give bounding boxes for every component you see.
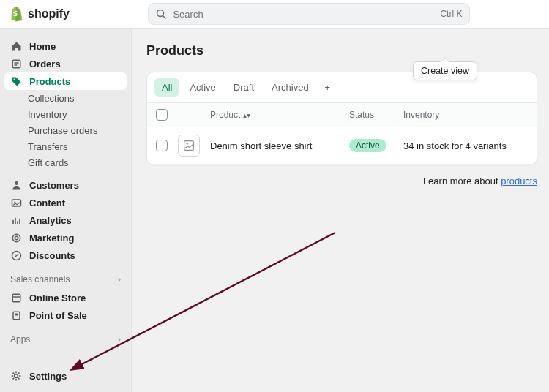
apps-header[interactable]: Apps›: [0, 324, 131, 349]
tab-archived[interactable]: Archived: [264, 78, 316, 97]
analytics-icon: [10, 214, 22, 226]
learn-more: Learn more about products: [146, 176, 537, 186]
search-input[interactable]: [173, 9, 434, 20]
row-checkbox[interactable]: [156, 140, 168, 151]
topbar: shopify Ctrl K: [0, 0, 549, 29]
nav-content[interactable]: Content: [0, 194, 131, 211]
svg-point-11: [17, 256, 18, 257]
svg-point-3: [13, 78, 15, 80]
chevron-right-icon: ›: [118, 334, 121, 344]
add-view-button[interactable]: +: [319, 78, 337, 97]
svg-line-1: [163, 15, 166, 18]
svg-rect-2: [12, 60, 20, 68]
header-inventory[interactable]: Inventory: [403, 110, 528, 120]
svg-point-0: [157, 10, 164, 16]
svg-point-4: [15, 181, 18, 185]
svg-point-15: [15, 374, 18, 378]
create-view-tooltip: Create view: [413, 61, 477, 80]
nav-collections[interactable]: Collections: [0, 90, 131, 106]
svg-point-10: [14, 253, 15, 255]
content-icon: [10, 197, 22, 208]
orders-icon: [10, 58, 22, 69]
svg-point-6: [14, 201, 15, 203]
sales-channels-header[interactable]: Sales channels›: [0, 264, 131, 289]
select-all-checkbox[interactable]: [156, 109, 168, 121]
svg-point-8: [15, 236, 18, 240]
chevron-right-icon: ›: [118, 274, 121, 284]
svg-rect-14: [15, 313, 18, 315]
header-product[interactable]: Product▴▾: [210, 110, 349, 120]
status-badge: Active: [349, 139, 386, 152]
product-thumbnail: [178, 135, 200, 157]
plus-icon: +: [325, 82, 331, 93]
search-shortcut: Ctrl K: [440, 9, 462, 19]
nav-customers[interactable]: Customers: [0, 176, 131, 194]
shopify-bag-icon: [9, 6, 23, 22]
tab-active[interactable]: Active: [182, 78, 223, 97]
search-icon: [156, 9, 167, 20]
sidebar: Home Orders Products Collections Invento…: [0, 29, 132, 392]
nav-orders[interactable]: Orders: [0, 55, 131, 72]
nav-settings[interactable]: Settings: [0, 363, 131, 392]
table-header: Product▴▾ Status Inventory: [147, 103, 537, 127]
nav-products[interactable]: Products: [4, 72, 127, 90]
product-inventory: 34 in stock for 4 variants: [403, 140, 528, 151]
svg-point-7: [12, 234, 20, 242]
brand-name: shopify: [28, 7, 70, 20]
svg-point-17: [186, 143, 187, 144]
global-search[interactable]: Ctrl K: [148, 3, 470, 25]
image-icon: [183, 140, 195, 151]
main-content: Products Create view All Active Draft Ar…: [132, 29, 549, 392]
gear-icon: [10, 370, 22, 382]
nav-inventory[interactable]: Inventory: [0, 106, 131, 122]
store-icon: [10, 292, 22, 304]
nav-marketing[interactable]: Marketing: [0, 229, 131, 246]
tag-icon: [10, 75, 22, 87]
tab-draft[interactable]: Draft: [226, 78, 261, 97]
nav-home[interactable]: Home: [0, 37, 131, 55]
person-icon: [10, 179, 22, 191]
svg-rect-12: [12, 294, 20, 302]
products-card: All Active Draft Archived + Product▴▾ St…: [146, 72, 537, 165]
page-title: Products: [146, 43, 537, 59]
nav-analytics[interactable]: Analytics: [0, 211, 131, 229]
discount-icon: [10, 249, 22, 261]
table-row[interactable]: Denim short sleeve shirt Active 34 in st…: [147, 127, 537, 165]
home-icon: [10, 40, 22, 52]
pos-icon: [10, 309, 22, 321]
product-name: Denim short sleeve shirt: [210, 140, 349, 151]
header-status[interactable]: Status: [349, 110, 403, 120]
nav-purchase-orders[interactable]: Purchase orders: [0, 122, 131, 138]
tabs: All Active Draft Archived +: [147, 72, 537, 103]
sort-icon: ▴▾: [243, 111, 250, 119]
tab-all[interactable]: All: [154, 78, 179, 97]
target-icon: [10, 232, 22, 244]
nav-discounts[interactable]: Discounts: [0, 246, 131, 264]
nav-transfers[interactable]: Transfers: [0, 138, 131, 154]
nav-online-store[interactable]: Online Store: [0, 289, 131, 306]
learn-more-link[interactable]: products: [501, 176, 537, 186]
logo[interactable]: shopify: [9, 6, 70, 22]
nav-gift-cards[interactable]: Gift cards: [0, 154, 131, 170]
nav-point-of-sale[interactable]: Point of Sale: [0, 306, 131, 324]
